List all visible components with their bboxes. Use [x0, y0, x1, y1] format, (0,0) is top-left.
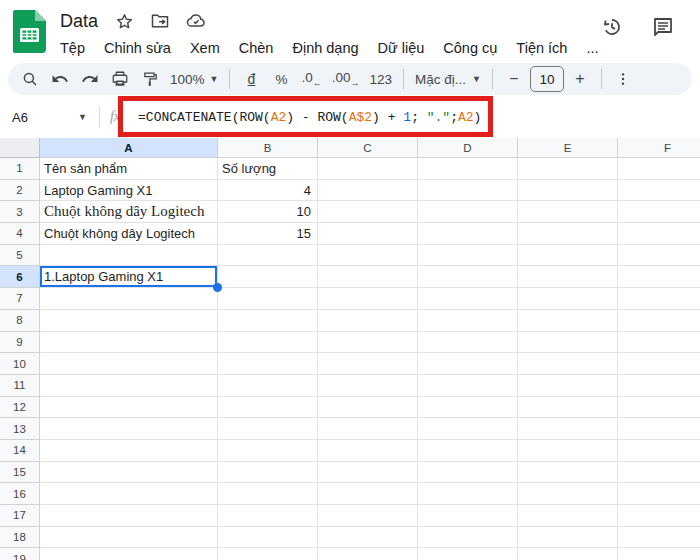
cell-A13[interactable]: [40, 418, 218, 440]
menu-item-tep[interactable]: Tệp: [60, 40, 85, 56]
row-header-17[interactable]: 17: [0, 505, 40, 527]
star-icon[interactable]: [114, 11, 134, 31]
cell-C16[interactable]: [318, 483, 418, 505]
cell-A18[interactable]: [40, 527, 218, 549]
row-header-7[interactable]: 7: [0, 288, 40, 310]
number-format-button[interactable]: 123: [366, 66, 397, 92]
formula-input[interactable]: =CONCATENATE(ROW(A2) - ROW(A$2) + 1; "."…: [138, 110, 481, 125]
cell-F4[interactable]: [618, 223, 700, 245]
cell-B14[interactable]: [218, 440, 318, 462]
cell-E19[interactable]: [518, 548, 618, 560]
row-header-6[interactable]: 6: [0, 266, 40, 288]
cell-C2[interactable]: [318, 180, 418, 202]
cell-C19[interactable]: [318, 548, 418, 560]
column-header-A[interactable]: A: [40, 138, 218, 158]
cell-B19[interactable]: [218, 548, 318, 560]
cell-C5[interactable]: [318, 245, 418, 267]
decrease-font-size-button[interactable]: −: [500, 66, 528, 92]
column-header-B[interactable]: B: [218, 138, 318, 158]
row-header-11[interactable]: 11: [0, 375, 40, 397]
cell-E18[interactable]: [518, 527, 618, 549]
row-header-9[interactable]: 9: [0, 332, 40, 354]
cell-F5[interactable]: [618, 245, 700, 267]
cell-A10[interactable]: [40, 353, 218, 375]
cell-E8[interactable]: [518, 310, 618, 332]
increase-decimal-button[interactable]: .00→: [328, 66, 364, 92]
cell-E14[interactable]: [518, 440, 618, 462]
cell-B18[interactable]: [218, 527, 318, 549]
cell-B12[interactable]: [218, 397, 318, 419]
cell-A12[interactable]: [40, 397, 218, 419]
increase-font-size-button[interactable]: +: [566, 66, 594, 92]
cell-E11[interactable]: [518, 375, 618, 397]
cell-D5[interactable]: [418, 245, 518, 267]
cell-E12[interactable]: [518, 397, 618, 419]
cell-E5[interactable]: [518, 245, 618, 267]
move-folder-icon[interactable]: [150, 11, 170, 31]
cell-E7[interactable]: [518, 288, 618, 310]
row-header-8[interactable]: 8: [0, 310, 40, 332]
row-header-14[interactable]: 14: [0, 440, 40, 462]
print-icon[interactable]: [106, 66, 134, 92]
menu-item-more[interactable]: ...: [586, 40, 598, 56]
menu-item-cong-cu[interactable]: Công cụ: [443, 40, 497, 56]
cell-A1[interactable]: Tên sản phẩm: [40, 158, 218, 180]
cell-D14[interactable]: [418, 440, 518, 462]
cell-B11[interactable]: [218, 375, 318, 397]
row-header-16[interactable]: 16: [0, 483, 40, 505]
cell-E15[interactable]: [518, 462, 618, 484]
cell-A15[interactable]: [40, 462, 218, 484]
document-title[interactable]: Data: [60, 11, 98, 32]
row-header-13[interactable]: 13: [0, 418, 40, 440]
cell-C9[interactable]: [318, 332, 418, 354]
cell-E13[interactable]: [518, 418, 618, 440]
cell-A3[interactable]: Chuột không dây Logitech: [40, 201, 218, 223]
cell-F14[interactable]: [618, 440, 700, 462]
cell-A14[interactable]: [40, 440, 218, 462]
cell-A11[interactable]: [40, 375, 218, 397]
cell-C10[interactable]: [318, 353, 418, 375]
menu-item-chen[interactable]: Chèn: [239, 40, 274, 56]
cell-D4[interactable]: [418, 223, 518, 245]
cell-E10[interactable]: [518, 353, 618, 375]
search-icon[interactable]: [16, 66, 44, 92]
decrease-decimal-button[interactable]: .0←: [297, 66, 325, 92]
cell-D9[interactable]: [418, 332, 518, 354]
cell-B7[interactable]: [218, 288, 318, 310]
menu-item-tien-ich[interactable]: Tiện ích: [516, 40, 567, 56]
row-header-18[interactable]: 18: [0, 527, 40, 549]
cell-C8[interactable]: [318, 310, 418, 332]
cell-B3[interactable]: 10: [218, 201, 318, 223]
cell-C4[interactable]: [318, 223, 418, 245]
cell-B13[interactable]: [218, 418, 318, 440]
cell-D3[interactable]: [418, 201, 518, 223]
column-header-E[interactable]: E: [518, 138, 618, 158]
select-all-corner[interactable]: [0, 138, 40, 158]
cell-A7[interactable]: [40, 288, 218, 310]
redo-icon[interactable]: [76, 66, 104, 92]
cell-A8[interactable]: [40, 310, 218, 332]
cell-C12[interactable]: [318, 397, 418, 419]
cell-B16[interactable]: [218, 483, 318, 505]
more-vertical-icon[interactable]: [609, 66, 637, 92]
cell-C6[interactable]: [318, 266, 418, 288]
currency-dong-button[interactable]: đ: [237, 66, 265, 92]
cell-D19[interactable]: [418, 548, 518, 560]
row-header-3[interactable]: 3: [0, 201, 40, 223]
cell-A6[interactable]: 1.Laptop Gaming X1: [40, 266, 218, 288]
cell-D6[interactable]: [418, 266, 518, 288]
row-header-5[interactable]: 5: [0, 245, 40, 267]
cell-D11[interactable]: [418, 375, 518, 397]
cell-D12[interactable]: [418, 397, 518, 419]
name-box[interactable]: A6: [0, 110, 78, 125]
cell-E16[interactable]: [518, 483, 618, 505]
undo-icon[interactable]: [46, 66, 74, 92]
cell-F11[interactable]: [618, 375, 700, 397]
column-header-D[interactable]: D: [418, 138, 518, 158]
cell-A4[interactable]: Chuột không dây Logitech: [40, 223, 218, 245]
cell-B5[interactable]: [218, 245, 318, 267]
menu-item-chinh-sua[interactable]: Chỉnh sửa: [104, 40, 171, 56]
cell-B15[interactable]: [218, 462, 318, 484]
menu-item-xem[interactable]: Xem: [190, 40, 220, 56]
column-header-F[interactable]: F: [618, 138, 700, 158]
